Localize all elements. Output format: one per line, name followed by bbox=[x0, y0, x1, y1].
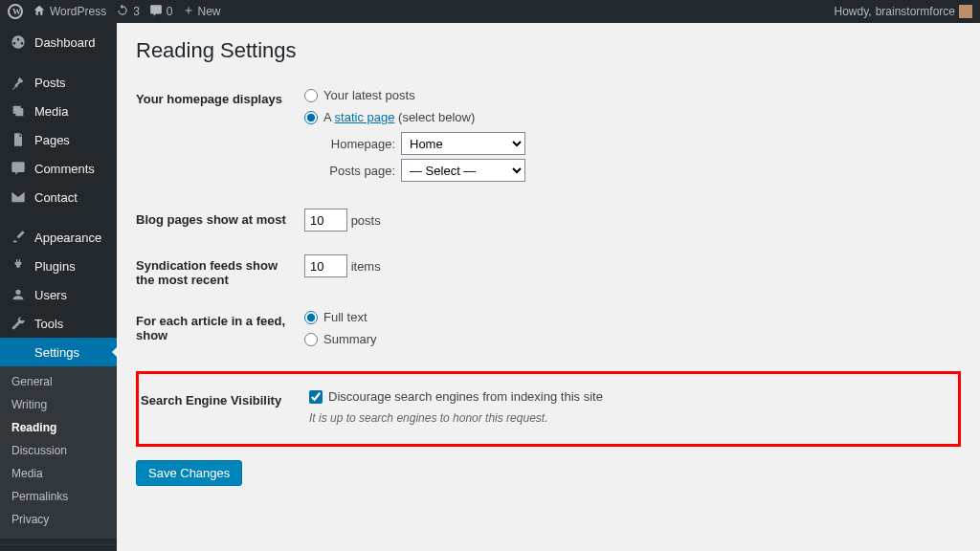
collapse-menu[interactable]: Collapse menu bbox=[0, 544, 117, 551]
radio-latest-posts[interactable] bbox=[304, 89, 318, 102]
posts-per-rss-unit: items bbox=[351, 259, 381, 274]
row-heading-homepage: Your homepage displays bbox=[136, 78, 299, 199]
sidebar-item-label: Plugins bbox=[34, 259, 76, 274]
comment-icon bbox=[149, 4, 163, 20]
sidebar-item-media[interactable]: Media bbox=[0, 97, 117, 125]
sidebar-item-label: Tools bbox=[34, 317, 63, 331]
submenu-item-discussion[interactable]: Discussion bbox=[0, 439, 117, 462]
sidebar-item-settings[interactable]: Settings bbox=[0, 338, 117, 366]
homepage-select-label: Homepage: bbox=[323, 137, 395, 151]
brush-icon bbox=[10, 229, 27, 246]
posts-per-page-unit: posts bbox=[351, 213, 381, 228]
avatar bbox=[959, 5, 972, 18]
submenu-item-privacy[interactable]: Privacy bbox=[0, 508, 117, 531]
updates-link[interactable]: 3 bbox=[116, 4, 140, 20]
radio-full-text[interactable] bbox=[304, 311, 318, 324]
sidebar-item-label: Users bbox=[34, 288, 67, 302]
sidebar-item-tools[interactable]: Tools bbox=[0, 309, 117, 338]
radio-latest-posts-label: Your latest posts bbox=[323, 88, 415, 102]
submenu-item-writing[interactable]: Writing bbox=[0, 393, 117, 416]
checkbox-discourage-indexing[interactable] bbox=[309, 390, 323, 404]
row-heading-blogpages: Blog pages show at most bbox=[136, 199, 299, 245]
postspage-select[interactable]: — Select — bbox=[401, 159, 525, 182]
content-area: Reading Settings Your homepage displays … bbox=[117, 23, 980, 551]
site-name: WordPress bbox=[50, 5, 106, 18]
howdy-user: brainstormforce bbox=[876, 5, 955, 18]
search-visibility-description: It is up to search engines to honor this… bbox=[309, 411, 950, 425]
checkbox-discourage-indexing-label: Discourage search engines from indexing … bbox=[328, 389, 603, 404]
submenu-item-general[interactable]: General bbox=[0, 370, 117, 393]
wordpress-icon bbox=[8, 4, 23, 19]
new-label: New bbox=[198, 5, 221, 18]
page-icon bbox=[10, 131, 27, 148]
posts-per-page-input[interactable] bbox=[304, 209, 347, 231]
radio-static-page-label: A static page (select below) bbox=[323, 110, 475, 124]
sidebar-item-label: Media bbox=[34, 104, 68, 119]
sidebar-item-users[interactable]: Users bbox=[0, 280, 117, 309]
posts-per-rss-input[interactable] bbox=[304, 254, 347, 277]
sidebar-item-posts[interactable]: Posts bbox=[0, 68, 117, 97]
submenu-item-media[interactable]: Media bbox=[0, 462, 117, 485]
sidebar-item-plugins[interactable]: Plugins bbox=[0, 252, 117, 280]
admin-bar: WordPress 3 0 New Howdy, brainstormforce bbox=[0, 0, 980, 23]
sidebar-item-comments[interactable]: Comments bbox=[0, 154, 117, 183]
howdy-prefix: Howdy, bbox=[835, 5, 872, 18]
sidebar-item-label: Posts bbox=[34, 76, 66, 90]
new-content-link[interactable]: New bbox=[183, 5, 221, 19]
plus-icon bbox=[183, 5, 194, 19]
highlight-search-visibility: Search Engine Visibility Discourage sear… bbox=[136, 371, 961, 447]
homepage-select[interactable]: Home bbox=[401, 132, 525, 155]
submenu-item-reading[interactable]: Reading bbox=[0, 416, 117, 439]
save-button[interactable]: Save Changes bbox=[136, 460, 242, 486]
sidebar-separator bbox=[0, 214, 117, 220]
sidebar-item-label: Pages bbox=[34, 133, 70, 147]
page-title: Reading Settings bbox=[136, 38, 961, 63]
sidebar-item-label: Settings bbox=[34, 345, 79, 360]
sliders-icon bbox=[10, 343, 27, 361]
site-name-link[interactable]: WordPress bbox=[33, 4, 106, 20]
sidebar-item-dashboard[interactable]: Dashboard bbox=[0, 28, 117, 56]
admin-sidebar: Dashboard Posts Media Pages Comments Con… bbox=[0, 23, 117, 551]
sidebar-item-label: Contact bbox=[34, 190, 78, 205]
comments-count: 0 bbox=[167, 5, 173, 18]
mail-icon bbox=[10, 188, 27, 206]
comment-icon bbox=[10, 160, 27, 177]
updates-count: 3 bbox=[133, 5, 140, 18]
sidebar-separator bbox=[0, 59, 117, 65]
radio-full-text-label: Full text bbox=[323, 310, 368, 324]
dashboard-icon bbox=[10, 33, 27, 51]
radio-summary-label: Summary bbox=[323, 332, 377, 346]
media-icon bbox=[10, 102, 27, 120]
wp-logo[interactable] bbox=[8, 4, 23, 19]
radio-summary[interactable] bbox=[304, 333, 318, 346]
comments-link[interactable]: 0 bbox=[149, 4, 173, 20]
static-page-link[interactable]: static page bbox=[335, 110, 395, 124]
sidebar-item-contact[interactable]: Contact bbox=[0, 183, 117, 211]
update-icon bbox=[116, 4, 129, 20]
row-heading-feedarticle: For each article in a feed, show bbox=[136, 300, 299, 367]
sidebar-item-pages[interactable]: Pages bbox=[0, 125, 117, 154]
row-heading-syndication: Syndication feeds show the most recent bbox=[136, 245, 299, 300]
settings-submenu: General Writing Reading Discussion Media… bbox=[0, 366, 117, 539]
home-icon bbox=[33, 4, 46, 20]
sidebar-item-label: Comments bbox=[34, 162, 95, 176]
wrench-icon bbox=[10, 315, 27, 332]
row-heading-search-visibility: Search Engine Visibility bbox=[141, 380, 303, 438]
my-account-link[interactable]: Howdy, brainstormforce bbox=[835, 5, 973, 18]
radio-static-page[interactable] bbox=[304, 111, 318, 124]
plugin-icon bbox=[10, 257, 27, 275]
postspage-select-label: Posts page: bbox=[323, 164, 395, 178]
submenu-item-permalinks[interactable]: Permalinks bbox=[0, 485, 117, 508]
sidebar-item-label: Dashboard bbox=[34, 35, 96, 50]
user-icon bbox=[10, 286, 27, 303]
pin-icon bbox=[10, 74, 27, 91]
sidebar-item-label: Appearance bbox=[34, 231, 101, 245]
sidebar-item-appearance[interactable]: Appearance bbox=[0, 223, 117, 252]
